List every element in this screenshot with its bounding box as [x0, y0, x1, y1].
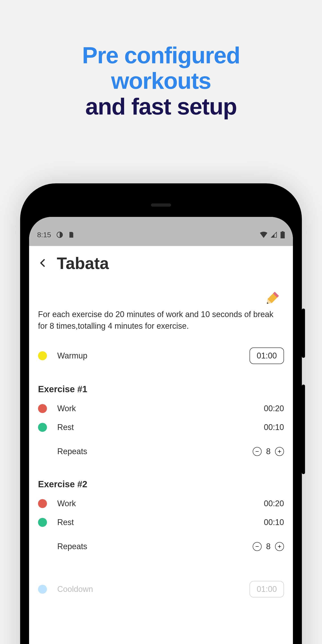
exercise-1-rest-label: Rest	[57, 422, 264, 432]
svg-rect-1	[281, 232, 285, 238]
status-time: 8:15	[37, 231, 51, 239]
exercise-2-repeats-count: 8	[266, 542, 271, 551]
exercise-1-rest-row: Rest 00:10	[38, 420, 284, 435]
page-title: Tabata	[57, 254, 109, 273]
phone-side-button-1	[302, 308, 305, 358]
exercise-2-work-time[interactable]: 00:20	[264, 499, 284, 508]
cooldown-label: Cooldown	[57, 584, 250, 594]
hero-headline: Pre configured workouts and fast setup	[0, 42, 322, 119]
exercise-1-repeats-count: 8	[266, 447, 271, 456]
edit-button[interactable]	[260, 288, 283, 310]
exercise-1-work-row: Work 00:20	[38, 401, 284, 416]
workout-description: For each exercise do 20 minutes of work …	[38, 308, 284, 332]
warmup-label: Warmup	[57, 351, 250, 360]
hero-line-1a: Pre configured	[0, 42, 322, 68]
cooldown-row: Cooldown 01:00	[38, 581, 284, 598]
contrast-icon	[56, 232, 63, 238]
exercise-1-repeats-stepper: − 8 +	[253, 447, 284, 456]
exercise-1-repeats-row: Repeats − 8 +	[38, 444, 284, 459]
exercise-2-repeats-stepper: − 8 +	[253, 542, 284, 551]
exercise-2-rest-label: Rest	[57, 518, 264, 527]
exercise-2-title: Exercise #2	[38, 479, 284, 489]
exercise-1-title: Exercise #1	[38, 384, 284, 394]
exercise-2-work-row: Work 00:20	[38, 496, 284, 511]
exercise-2-repeats-decrement[interactable]: −	[253, 542, 262, 551]
hero-line-1b: workouts	[0, 68, 322, 94]
app-content: Tabata For each exercise do 20 minutes o…	[29, 246, 293, 644]
cooldown-dot-icon	[38, 585, 47, 594]
warmup-dot-icon	[38, 351, 47, 360]
exercise-2-repeats-label: Repeats	[57, 542, 253, 551]
hero-line-2: and fast setup	[0, 94, 322, 119]
exercise-2-work-label: Work	[57, 499, 264, 508]
svg-rect-2	[282, 231, 284, 232]
rest-dot-icon	[38, 423, 47, 432]
exercise-1-work-time[interactable]: 00:20	[264, 404, 284, 413]
exercise-1-repeats-increment[interactable]: +	[275, 447, 284, 456]
back-button[interactable]	[38, 258, 48, 269]
exercise-2-rest-row: Rest 00:10	[38, 515, 284, 530]
sd-card-icon	[68, 232, 74, 238]
phone-frame: 8:15	[20, 183, 302, 644]
phone-side-button-2	[302, 384, 305, 474]
exercise-2-repeats-row: Repeats − 8 +	[38, 539, 284, 554]
work-dot-icon	[38, 499, 47, 508]
exercise-2-repeats-increment[interactable]: +	[275, 542, 284, 551]
exercise-1-repeats-decrement[interactable]: −	[253, 447, 262, 456]
warmup-time-field[interactable]: 01:00	[250, 348, 284, 364]
rest-dot-icon	[38, 518, 47, 527]
cooldown-time-field[interactable]: 01:00	[250, 581, 284, 598]
signal-icon	[270, 232, 277, 238]
exercise-2-rest-time[interactable]: 00:10	[264, 518, 284, 527]
exercise-1-work-label: Work	[57, 404, 264, 413]
exercise-1-repeats-label: Repeats	[57, 447, 253, 456]
exercise-1-rest-time[interactable]: 00:10	[264, 422, 284, 432]
work-dot-icon	[38, 404, 47, 413]
warmup-row: Warmup 01:00	[38, 348, 284, 364]
phone-screen: 8:15	[29, 217, 293, 644]
phone-speaker	[151, 204, 171, 206]
status-bar: 8:15	[29, 217, 293, 246]
wifi-icon	[260, 232, 268, 238]
title-bar: Tabata	[38, 254, 284, 273]
battery-icon	[280, 231, 285, 238]
